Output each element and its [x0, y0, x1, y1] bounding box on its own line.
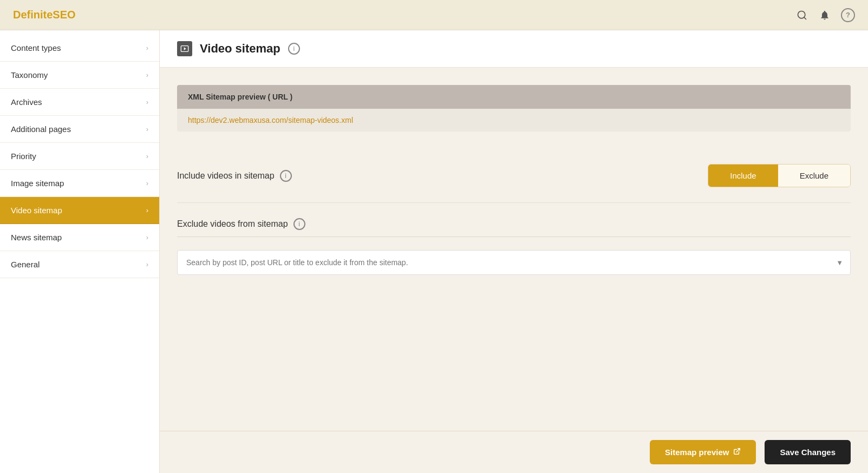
exclude-videos-row: Exclude videos from sitemap i	[177, 203, 851, 236]
include-button[interactable]: Include	[708, 165, 778, 187]
sidebar-item-label: Video sitemap	[11, 206, 62, 215]
sidebar-item-news-sitemap[interactable]: News sitemap ›	[0, 224, 159, 251]
external-link-icon	[733, 448, 741, 457]
info-symbol: i	[298, 220, 300, 228]
bottom-bar: Sitemap preview Save Changes	[160, 431, 868, 473]
app-header: DefiniteSEO ?	[0, 0, 868, 30]
page-title: Video sitemap	[200, 42, 280, 56]
sidebar-item-taxonomy[interactable]: Taxonomy ›	[0, 62, 159, 89]
sidebar-item-label: Image sitemap	[11, 179, 64, 188]
page-info-icon[interactable]: i	[288, 43, 300, 55]
chevron-right-icon: ›	[146, 71, 148, 79]
sidebar-item-label: Content types	[11, 43, 61, 52]
sidebar-item-priority[interactable]: Priority ›	[0, 143, 159, 170]
main-content: Video sitemap i XML Sitemap preview ( UR…	[160, 30, 868, 473]
sidebar-item-label: Additional pages	[11, 124, 71, 134]
xml-url-bar: https://dev2.webmaxusa.com/sitemap-video…	[177, 109, 851, 132]
exclude-videos-label-group: Exclude videos from sitemap i	[177, 218, 851, 230]
exclude-videos-info-icon[interactable]: i	[293, 218, 305, 230]
chevron-right-icon: ›	[146, 125, 148, 133]
sidebar-item-additional-pages[interactable]: Additional pages ›	[0, 116, 159, 143]
sidebar: Content types › Taxonomy › Archives › Ad…	[0, 30, 160, 473]
svg-marker-3	[184, 47, 186, 50]
chevron-right-icon: ›	[146, 233, 148, 241]
video-sitemap-icon	[177, 41, 192, 56]
main-layout: Content types › Taxonomy › Archives › Ad…	[0, 30, 868, 473]
svg-line-1	[804, 17, 806, 19]
svg-line-4	[736, 449, 740, 452]
chevron-right-icon: ›	[146, 44, 148, 52]
xml-url-link[interactable]: https://dev2.webmaxusa.com/sitemap-video…	[188, 116, 353, 124]
include-videos-info-icon[interactable]: i	[280, 170, 292, 182]
sidebar-item-label: General	[11, 260, 40, 269]
xml-preview-section: XML Sitemap preview ( URL ) https://dev2…	[177, 85, 851, 132]
sitemap-preview-button[interactable]: Sitemap preview	[650, 440, 756, 464]
logo-accent: SEO	[53, 9, 75, 21]
sidebar-item-label: Archives	[11, 97, 42, 107]
chevron-right-icon: ›	[146, 260, 148, 268]
bell-icon[interactable]	[818, 9, 831, 22]
app-logo: DefiniteSEO	[13, 9, 76, 21]
sidebar-item-video-sitemap[interactable]: Video sitemap ›	[0, 197, 159, 224]
chevron-right-icon: ›	[146, 206, 148, 214]
exclude-button[interactable]: Exclude	[778, 165, 850, 187]
search-wrapper: ▼	[177, 250, 851, 275]
search-input[interactable]	[177, 250, 851, 275]
save-changes-button[interactable]: Save Changes	[765, 440, 851, 464]
xml-preview-label: XML Sitemap preview ( URL )	[188, 93, 292, 101]
exclude-videos-label: Exclude videos from sitemap	[177, 219, 288, 229]
xml-preview-bar: XML Sitemap preview ( URL )	[177, 85, 851, 109]
sidebar-item-label: News sitemap	[11, 233, 62, 242]
sidebar-item-general[interactable]: General ›	[0, 251, 159, 278]
sidebar-item-content-types[interactable]: Content types ›	[0, 35, 159, 62]
sitemap-preview-label: Sitemap preview	[665, 448, 729, 457]
chevron-right-icon: ›	[146, 152, 148, 160]
include-videos-row: Include videos in sitemap i Include Excl…	[177, 149, 851, 203]
include-videos-label: Include videos in sitemap	[177, 171, 275, 181]
sidebar-item-image-sitemap[interactable]: Image sitemap ›	[0, 170, 159, 197]
sidebar-item-label: Taxonomy	[11, 70, 48, 80]
help-icon[interactable]: ?	[841, 8, 855, 22]
sidebar-item-label: Priority	[11, 152, 36, 161]
header-icons: ?	[795, 8, 855, 22]
sidebar-item-archives[interactable]: Archives ›	[0, 89, 159, 116]
logo-text: Definite	[13, 9, 53, 21]
search-icon[interactable]	[795, 9, 808, 22]
include-exclude-toggle: Include Exclude	[708, 164, 851, 187]
info-symbol: i	[293, 45, 295, 52]
chevron-right-icon: ›	[146, 179, 148, 187]
info-symbol: i	[285, 172, 286, 180]
content-area: XML Sitemap preview ( URL ) https://dev2…	[160, 68, 868, 292]
include-videos-label-group: Include videos in sitemap i	[177, 170, 292, 182]
page-header: Video sitemap i	[160, 30, 868, 68]
chevron-right-icon: ›	[146, 98, 148, 106]
